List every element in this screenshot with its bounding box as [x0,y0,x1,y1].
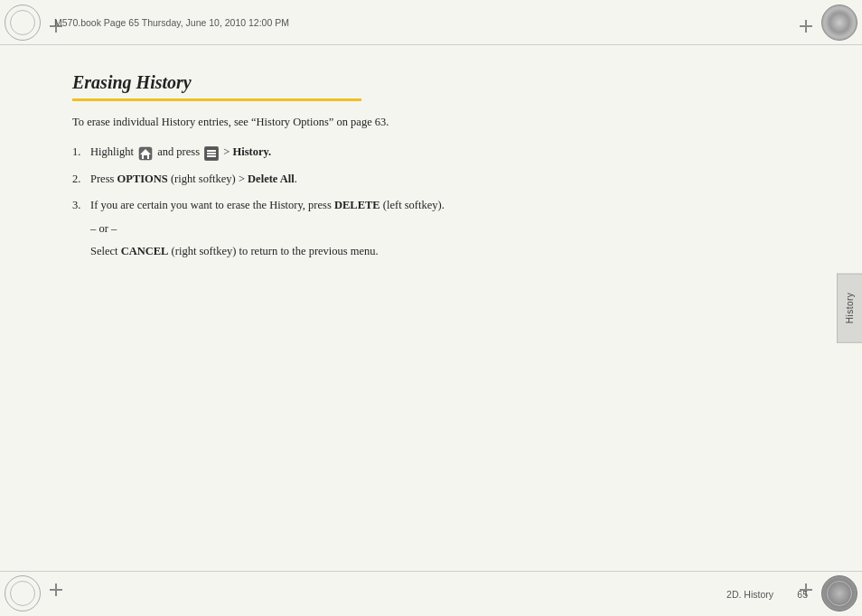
step-2-press: Press [90,173,117,185]
footer-page: 65 [797,589,808,600]
step-2-num: 2. [72,171,90,188]
cancel-label: CANCEL [121,245,169,257]
step-1-content: Highlight and press [90,144,794,161]
svg-rect-2 [144,155,147,159]
step-1-num: 1. [72,144,90,161]
step-1-and-press: and press [157,145,202,158]
title-underline [72,98,361,101]
step-2: 2. Press OPTIONS (right softkey) > Delet… [72,171,794,188]
header-text: M570.book Page 65 Thursday, June 10, 201… [54,17,808,28]
home-icon [138,146,153,161]
step-2-right-softkey: (right softkey) > [168,173,248,185]
step-1-chevron: > [223,145,232,158]
step-3-sub: – or – Select CANCEL (right softkey) to … [90,215,379,261]
select-suffix: (right softkey) to return to the previou… [168,245,378,257]
step-3-num: 3. [72,197,90,214]
or-text: – or – [90,222,117,235]
footer-section: 2D. History [726,589,773,600]
side-tab-label: History [845,293,855,324]
step-3-delete: DELETE [334,199,380,211]
step-2-content: Press OPTIONS (right softkey) > Delete A… [90,171,794,188]
select-prefix: Select [90,245,121,257]
step-3-main: 3. If you are certain you want to erase … [72,197,445,214]
steps-list: 1. Highlight and press [72,144,794,260]
svg-rect-5 [207,153,216,154]
section-title: Erasing History [72,72,794,93]
svg-rect-6 [207,155,216,157]
step-2-delete-all: Delete All [248,173,295,185]
intro-paragraph: To erase individual History entries, see… [72,114,794,131]
step-1-history: History. [232,145,271,158]
or-line: – or – [90,220,379,238]
side-tab: History [837,274,862,343]
select-line: Select CANCEL (right softkey) to return … [90,243,379,260]
step-3-content: If you are certain you want to erase the… [90,197,445,214]
page: M570.book Page 65 Thursday, June 10, 201… [0,0,862,616]
footer: 2D. History 65 [0,571,862,616]
step-2-options: OPTIONS [117,173,168,185]
header: M570.book Page 65 Thursday, June 10, 201… [0,0,862,45]
step-1-highlight-label: Highlight [90,145,136,158]
step-3: 3. If you are certain you want to erase … [72,197,794,260]
main-content: Erasing History To erase individual Hist… [54,45,812,571]
step-3-if: If you are certain you want to erase the… [90,199,334,211]
svg-rect-4 [207,150,216,152]
step-1: 1. Highlight and press [72,144,794,161]
step-3-left-softkey: (left softkey). [380,199,445,211]
menu-icon [204,146,219,161]
footer-text: 2D. History 65 [726,589,808,600]
